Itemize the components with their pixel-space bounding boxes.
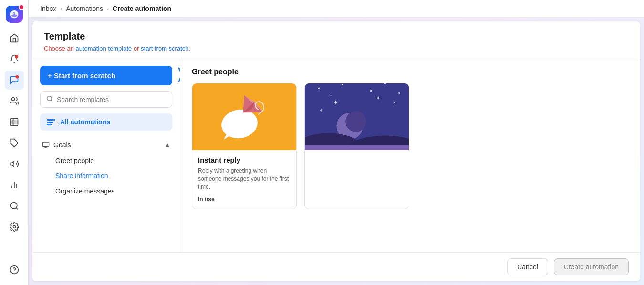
card-badge-instant-reply: In use	[198, 196, 215, 203]
sidebar-item-labels[interactable]	[5, 133, 24, 153]
svg-text:✦: ✦	[333, 99, 339, 106]
night-illustration: ✦ ✦ ✦	[305, 83, 409, 145]
sidebar-item-settings[interactable]	[5, 217, 24, 236]
svg-rect-18	[42, 142, 49, 146]
svg-point-3	[11, 98, 15, 101]
goals-item-greet[interactable]: Greet people	[52, 153, 172, 168]
cancel-button[interactable]: Cancel	[507, 258, 548, 275]
search-box	[40, 91, 172, 108]
automation-template-link[interactable]: automation template	[76, 45, 132, 52]
search-input[interactable]	[57, 96, 166, 103]
footer: Cancel Create automation	[32, 252, 640, 281]
template-title: Template	[44, 31, 629, 42]
card-image-instant-reply	[192, 83, 296, 150]
content-card: Template Choose an automation template o…	[32, 21, 640, 281]
card-body-night	[305, 150, 409, 165]
right-panel: Greet people	[180, 58, 640, 252]
sidebar-item-help[interactable]	[5, 260, 24, 279]
section-title: Greet people	[192, 68, 629, 76]
body-layout: + Start from scratch	[32, 58, 640, 252]
main-area: Inbox › Automations › Create automation …	[29, 0, 644, 285]
svg-rect-4	[10, 119, 18, 126]
breadcrumb-automations[interactable]: Automations	[66, 5, 103, 12]
sidebar-item-analytics[interactable]	[5, 175, 24, 194]
create-automation-button[interactable]: Create automation	[554, 258, 629, 275]
svg-text:✦: ✦	[376, 95, 381, 102]
goals-chevron-icon: ▲	[165, 142, 170, 148]
svg-point-30	[331, 95, 332, 96]
svg-point-32	[394, 102, 395, 103]
card-night[interactable]: ✦ ✦ ✦	[304, 83, 409, 209]
svg-point-29	[398, 92, 400, 94]
cursor-arrow	[172, 64, 180, 87]
sidebar	[0, 0, 29, 285]
breadcrumb-sep1: ›	[60, 5, 62, 12]
instant-reply-illustration	[213, 88, 275, 145]
goals-section: Goals ▲ Greet people Share information O…	[40, 136, 172, 200]
breadcrumb-inbox[interactable]: Inbox	[40, 5, 56, 12]
sidebar-item-search[interactable]	[5, 196, 24, 215]
svg-point-12	[13, 226, 15, 228]
svg-point-26	[342, 84, 343, 85]
search-icon	[46, 95, 53, 103]
breadcrumb-bar: Inbox › Automations › Create automation	[29, 0, 644, 18]
svg-point-16	[47, 96, 52, 101]
card-desc-instant-reply: Reply with a greeting when someone messa…	[198, 167, 291, 191]
breadcrumb-current: Create automation	[113, 5, 171, 12]
svg-point-2	[15, 75, 19, 79]
sidebar-item-contacts[interactable]	[5, 92, 24, 111]
goals-label: Goals	[53, 141, 71, 149]
svg-text:✦: ✦	[319, 108, 323, 113]
layer-1	[47, 119, 55, 121]
goals-item-greet-label: Greet people	[55, 157, 94, 164]
svg-marker-6	[10, 161, 14, 167]
svg-line-17	[51, 100, 52, 102]
layer-2	[47, 122, 53, 123]
start-scratch-link[interactable]: start from scratch	[141, 45, 188, 52]
sidebar-item-table[interactable]	[5, 112, 24, 132]
goals-header-left: Goals	[42, 141, 71, 149]
svg-point-10	[10, 203, 17, 209]
all-automations-label: All automations	[60, 118, 110, 126]
layers-icon	[47, 119, 55, 125]
sidebar-item-broadcast[interactable]	[5, 154, 24, 173]
breadcrumb-sep2: ›	[107, 5, 109, 12]
card-image-night: ✦ ✦ ✦	[305, 83, 409, 150]
sidebar-item-messages[interactable]	[5, 71, 24, 90]
goals-item-share[interactable]: Share information	[52, 169, 172, 183]
logo-badge	[19, 4, 24, 10]
sidebar-item-home[interactable]	[5, 29, 24, 48]
card-instant-reply[interactable]: Instant reply Reply with a greeting when…	[192, 83, 297, 209]
svg-point-37	[345, 111, 366, 132]
layer-3	[47, 124, 52, 125]
all-automations-button[interactable]: All automations	[40, 113, 172, 131]
app-logo	[6, 6, 23, 23]
goals-list: Greet people Share information Organize …	[40, 152, 172, 198]
svg-point-25	[318, 87, 320, 89]
svg-line-11	[16, 208, 18, 210]
svg-point-1	[15, 55, 18, 59]
left-panel: + Start from scratch	[32, 58, 180, 252]
template-header: Template Choose an automation template o…	[32, 21, 640, 58]
goals-header[interactable]: Goals ▲	[40, 138, 172, 152]
cards-grid: Instant reply Reply with a greeting when…	[192, 83, 629, 209]
card-body-instant-reply: Instant reply Reply with a greeting when…	[192, 150, 296, 209]
svg-point-27	[370, 90, 372, 92]
goals-item-organize[interactable]: Organize messages	[52, 184, 172, 198]
goals-icon	[42, 141, 50, 149]
goals-item-organize-label: Organize messages	[55, 187, 115, 195]
sidebar-item-notifications[interactable]	[5, 50, 24, 69]
goals-item-share-label: Share information	[55, 172, 108, 180]
card-name-instant-reply: Instant reply	[198, 156, 291, 164]
start-from-scratch-button[interactable]: + Start from scratch	[40, 66, 172, 85]
template-subtitle: Choose an automation template or start f…	[44, 45, 629, 52]
